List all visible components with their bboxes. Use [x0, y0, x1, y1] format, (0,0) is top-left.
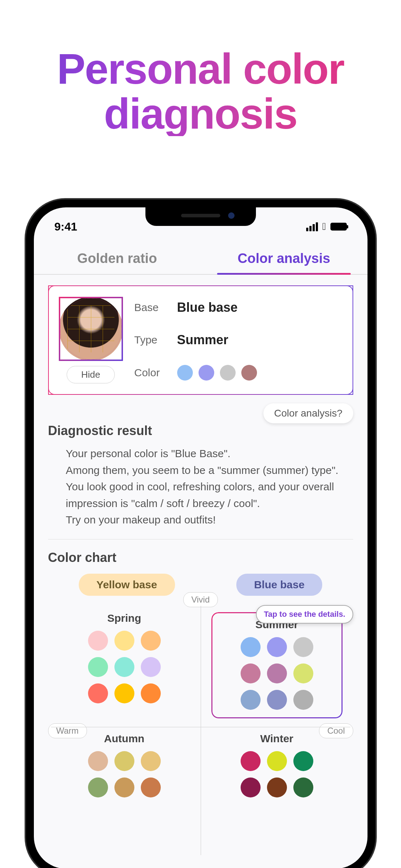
season-summer[interactable]: Tap to see the details. Summer	[211, 612, 343, 718]
tap-tooltip: Tap to see the details.	[256, 605, 353, 624]
yellow-base-pill: Yellow base	[79, 574, 175, 596]
swatch	[141, 751, 161, 771]
swatch	[267, 751, 287, 771]
battery-icon	[330, 223, 347, 231]
swatch	[241, 663, 261, 683]
wifi-icon: 􀙇	[322, 221, 326, 232]
color-chart-title: Color chart	[48, 550, 353, 565]
base-value: Blue base	[177, 300, 343, 315]
type-value: Summer	[177, 332, 343, 347]
swatch	[267, 663, 287, 683]
result-color-dots	[177, 365, 343, 381]
avatar[interactable]	[59, 297, 123, 361]
color-dot	[220, 365, 236, 381]
swatch	[141, 631, 161, 651]
swatch	[114, 657, 134, 677]
swatch	[241, 690, 261, 710]
tab-bar: Golden ratio Color analysis	[34, 243, 367, 275]
swatch	[241, 637, 261, 657]
swatch	[141, 683, 161, 703]
swatch	[141, 777, 161, 797]
swatch	[141, 657, 161, 677]
swatch	[293, 690, 313, 710]
swatch	[293, 663, 313, 683]
marketing-headline: Personal color diagnosis	[0, 46, 401, 136]
color-chart: Yellow base Blue base Vivid Warm Cool Sp…	[48, 574, 353, 808]
swatch	[293, 751, 313, 771]
swatch	[88, 683, 108, 703]
swatch	[114, 631, 134, 651]
color-label: Color	[134, 367, 177, 379]
diagnostic-text: Your personal color is "Blue Base". Amon…	[66, 445, 353, 528]
season-autumn[interactable]: Autumn	[59, 733, 190, 797]
color-dot	[177, 365, 193, 381]
diagnostic-title: Diagnostic result	[48, 423, 353, 438]
season-winter[interactable]: Winter	[211, 733, 343, 797]
tab-color-analysis[interactable]: Color analysis	[201, 243, 367, 274]
swatch	[88, 751, 108, 771]
tab-golden-ratio[interactable]: Golden ratio	[34, 243, 201, 274]
swatch	[293, 777, 313, 797]
type-label: Type	[134, 334, 177, 346]
swatch	[88, 657, 108, 677]
color-dot	[241, 365, 257, 381]
signal-icon	[306, 222, 318, 231]
swatch	[241, 777, 261, 797]
swatch	[114, 777, 134, 797]
blue-base-pill: Blue base	[236, 574, 323, 596]
swatch	[114, 683, 134, 703]
result-card: Hide Base Blue base Type Summer Color	[48, 285, 353, 395]
swatch	[293, 637, 313, 657]
color-analysis-help-button[interactable]: Color analysis?	[263, 403, 353, 423]
swatch	[267, 777, 287, 797]
swatch	[88, 631, 108, 651]
notch	[145, 207, 256, 226]
swatch	[241, 751, 261, 771]
swatch	[114, 751, 134, 771]
season-spring[interactable]: Spring	[59, 612, 190, 718]
swatch	[267, 637, 287, 657]
swatch	[267, 690, 287, 710]
swatch	[88, 777, 108, 797]
status-time: 9:41	[55, 220, 77, 233]
phone-frame: 9:41 􀙇 Golden ratio Color analysis Hide …	[26, 200, 375, 868]
base-label: Base	[134, 301, 177, 314]
color-dot	[199, 365, 214, 381]
divider	[48, 539, 353, 539]
hide-button[interactable]: Hide	[67, 366, 115, 383]
